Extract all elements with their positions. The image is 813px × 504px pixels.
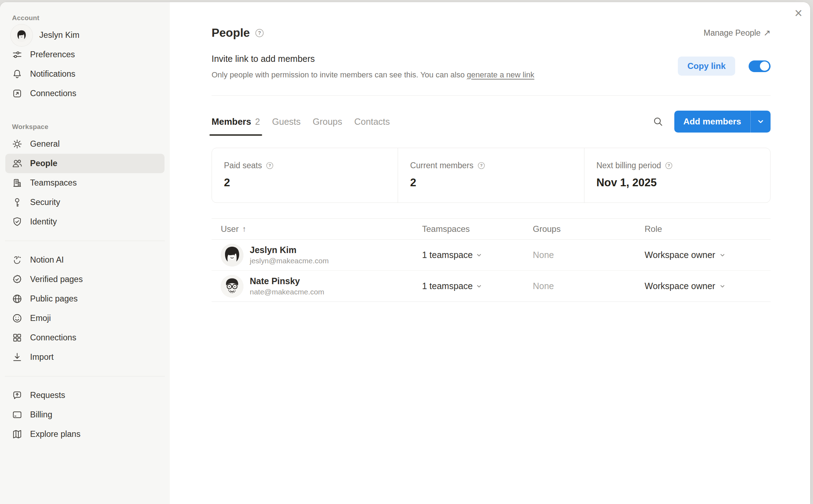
sidebar-item-teamspaces[interactable]: Teamspaces: [5, 173, 165, 193]
role-value: Workspace owner: [645, 250, 715, 260]
tab-members[interactable]: Members 2: [212, 107, 260, 136]
shield-check-icon: [10, 215, 24, 229]
member-name: Nate Pinsky: [250, 276, 324, 286]
grid-icon: [10, 331, 24, 345]
sidebar-item-connections-account[interactable]: Connections: [5, 84, 165, 103]
column-label: User: [221, 224, 239, 234]
teamspaces-dropdown[interactable]: 1 teamspace: [422, 250, 533, 260]
people-tabs: Members 2 Guests Groups Contacts: [212, 107, 390, 136]
invite-description-text: Only people with permission to invite me…: [212, 70, 467, 79]
sidebar-item-label: Connections: [30, 333, 76, 342]
sidebar-item-label: Public pages: [30, 294, 78, 304]
globe-icon: [10, 292, 24, 306]
invite-link-toggle[interactable]: [749, 60, 771, 72]
sidebar-item-label: Teamspaces: [30, 178, 77, 188]
sidebar-item-general[interactable]: General: [5, 134, 165, 154]
sidebar-item-explore-plans[interactable]: Explore plans: [5, 424, 165, 444]
column-header-groups[interactable]: Groups: [533, 224, 645, 234]
key-icon: [10, 196, 24, 209]
sidebar-item-people[interactable]: People: [5, 154, 165, 173]
badge-check-icon: [10, 273, 24, 286]
sidebar-item-label: Identity: [30, 217, 57, 227]
map-icon: [10, 428, 24, 441]
invite-link-section: Invite link to add members Only people w…: [212, 54, 534, 80]
user-cell: Jeslyn Kim jeslyn@makeacme.com: [212, 244, 422, 266]
svg-text:?: ?: [668, 163, 670, 168]
search-icon[interactable]: [652, 116, 664, 127]
groups-value: None: [533, 250, 554, 260]
sidebar-item-label: Notion AI: [30, 255, 64, 265]
sidebar-item-account-user[interactable]: Jeslyn Kim: [5, 25, 165, 45]
sort-ascending-icon: ↑: [242, 224, 246, 234]
tab-groups[interactable]: Groups: [313, 107, 342, 136]
page-title-text: People: [212, 26, 250, 40]
user-avatar-icon: [10, 24, 33, 47]
tab-contacts[interactable]: Contacts: [354, 107, 390, 136]
sidebar-item-security[interactable]: Security: [5, 193, 165, 212]
copy-link-button[interactable]: Copy link: [678, 57, 735, 76]
sidebar-item-billing[interactable]: Billing: [5, 405, 165, 424]
column-header-teamspaces[interactable]: Teamspaces: [422, 224, 533, 234]
billing-stats-card: Paid seats ? 2 Current members ? 2 Next …: [212, 148, 771, 203]
help-icon[interactable]: ?: [255, 28, 264, 38]
table-row[interactable]: Nate Pinsky nate@makeacme.com 1 teamspac…: [212, 271, 771, 302]
sidebar-item-label: Emoji: [30, 313, 51, 323]
stat-label: Next billing period: [596, 161, 661, 170]
invite-link-title: Invite link to add members: [212, 54, 534, 64]
avatar: [221, 275, 243, 298]
help-icon[interactable]: ?: [477, 162, 485, 170]
role-dropdown[interactable]: Workspace owner: [645, 250, 771, 260]
sidebar-item-emoji[interactable]: Emoji: [5, 309, 165, 328]
column-header-user[interactable]: User ↑: [212, 224, 422, 234]
svg-text:?: ?: [480, 163, 483, 168]
page-title: People ?: [212, 26, 264, 40]
arrow-up-right-icon: ↗: [763, 28, 771, 38]
column-header-role[interactable]: Role: [645, 224, 771, 234]
sidebar-item-connections-workspace[interactable]: Connections: [5, 328, 165, 347]
sidebar-item-label: Import: [30, 352, 54, 362]
sidebar-item-verified-pages[interactable]: Verified pages: [5, 270, 165, 289]
tab-label: Groups: [313, 117, 342, 127]
chevron-down-icon: [719, 283, 726, 289]
tab-label: Contacts: [354, 117, 390, 127]
help-icon[interactable]: ?: [665, 162, 673, 170]
tab-label: Guests: [272, 117, 301, 127]
members-count-badge: 2: [255, 117, 260, 127]
user-cell: Nate Pinsky nate@makeacme.com: [212, 275, 422, 298]
sidebar-item-public-pages[interactable]: Public pages: [5, 289, 165, 309]
manage-people-link[interactable]: Manage People ↗: [704, 28, 771, 38]
arrow-up-right-box-icon: [10, 87, 24, 100]
sidebar-item-import[interactable]: Import: [5, 347, 165, 367]
sidebar-item-notifications[interactable]: Notifications: [5, 64, 165, 84]
groups-value: None: [533, 281, 554, 291]
add-members-label: Add members: [674, 117, 750, 127]
stat-value: 2: [410, 176, 584, 189]
sidebar-item-label: General: [30, 139, 60, 149]
sidebar-item-preferences[interactable]: Preferences: [5, 45, 165, 64]
role-dropdown[interactable]: Workspace owner: [645, 281, 771, 291]
close-icon[interactable]: ×: [795, 6, 802, 20]
add-members-button[interactable]: Add members: [674, 111, 771, 133]
stat-value: 2: [224, 176, 398, 189]
svg-text:?: ?: [269, 163, 271, 168]
teamspaces-dropdown[interactable]: 1 teamspace: [422, 281, 533, 291]
building-icon: [10, 176, 24, 190]
table-row[interactable]: Jeslyn Kim jeslyn@makeacme.com 1 teamspa…: [212, 240, 771, 271]
sidebar-item-requests[interactable]: Requests: [5, 386, 165, 405]
chevron-down-icon: [476, 252, 482, 258]
members-table: User ↑ Teamspaces Groups Role Jeslyn Kim…: [212, 218, 771, 302]
sidebar-divider: [5, 241, 165, 241]
manage-people-label: Manage People: [704, 28, 761, 38]
chevron-down-icon[interactable]: [751, 118, 771, 125]
tab-guests[interactable]: Guests: [272, 107, 301, 136]
member-email: jeslyn@makeacme.com: [250, 256, 329, 265]
generate-new-link[interactable]: generate a new link: [467, 70, 535, 79]
sidebar-item-identity[interactable]: Identity: [5, 212, 165, 232]
chevron-down-icon: [476, 283, 482, 289]
stat-paid-seats: Paid seats ? 2: [212, 148, 398, 203]
settings-dialog: Account Jeslyn Kim Preferences Notificat…: [0, 2, 810, 504]
help-icon[interactable]: ?: [266, 162, 274, 170]
sidebar-item-label: Requests: [30, 391, 65, 400]
sidebar-item-notion-ai[interactable]: Notion AI: [5, 250, 165, 270]
people-icon: [10, 157, 24, 170]
